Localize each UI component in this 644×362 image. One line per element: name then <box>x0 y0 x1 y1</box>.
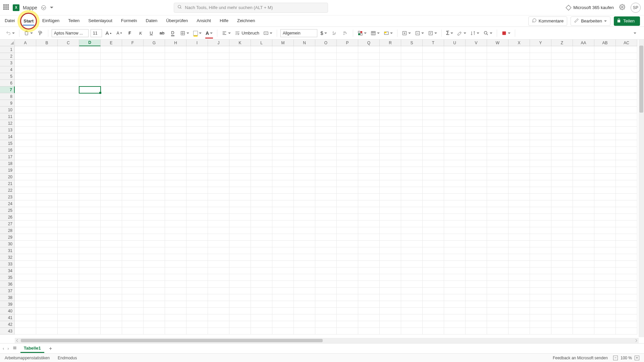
cell[interactable] <box>144 254 165 261</box>
cell[interactable] <box>251 301 272 308</box>
cell[interactable] <box>79 227 101 234</box>
cell[interactable] <box>444 154 466 160</box>
cell[interactable] <box>337 80 358 86</box>
cell[interactable] <box>380 221 401 227</box>
vertical-scrollbar[interactable] <box>639 40 644 337</box>
row-header[interactable]: 18 <box>0 160 15 167</box>
cell[interactable] <box>401 288 423 294</box>
cell[interactable] <box>315 100 337 107</box>
cell[interactable] <box>594 86 616 93</box>
cell[interactable] <box>15 140 36 147</box>
cell[interactable] <box>594 314 616 321</box>
cell[interactable] <box>36 241 58 247</box>
row-header[interactable]: 39 <box>0 301 15 308</box>
cell[interactable] <box>36 214 58 221</box>
cell[interactable] <box>551 261 573 267</box>
cell[interactable] <box>165 167 186 174</box>
cell[interactable] <box>487 321 508 328</box>
cell[interactable] <box>272 53 294 60</box>
cell[interactable] <box>594 147 616 154</box>
cell[interactable] <box>36 261 58 267</box>
cell[interactable] <box>573 234 594 241</box>
cell[interactable] <box>616 53 637 60</box>
cell[interactable] <box>294 180 315 187</box>
cell[interactable] <box>122 53 144 60</box>
cell[interactable] <box>15 261 36 267</box>
cell[interactable] <box>229 53 251 60</box>
cell[interactable] <box>444 227 466 234</box>
cell[interactable] <box>229 321 251 328</box>
cell[interactable] <box>101 234 122 241</box>
cell[interactable] <box>380 154 401 160</box>
cell[interactable] <box>466 133 487 140</box>
cell[interactable] <box>101 308 122 314</box>
cell[interactable] <box>79 314 101 321</box>
cell[interactable] <box>487 281 508 288</box>
cell[interactable] <box>573 221 594 227</box>
cell[interactable] <box>337 294 358 301</box>
cell[interactable] <box>58 107 79 113</box>
settings-icon[interactable] <box>619 4 625 11</box>
cell[interactable] <box>208 227 229 234</box>
cell[interactable] <box>79 294 101 301</box>
cell[interactable] <box>616 133 637 140</box>
cell[interactable] <box>101 321 122 328</box>
italic-button[interactable]: K <box>136 29 145 38</box>
cell[interactable] <box>573 274 594 281</box>
cell[interactable] <box>616 160 637 167</box>
cell[interactable] <box>551 53 573 60</box>
cell[interactable] <box>551 113 573 120</box>
cell[interactable] <box>186 160 208 167</box>
cell[interactable] <box>144 241 165 247</box>
cell[interactable] <box>315 207 337 214</box>
cell[interactable] <box>272 314 294 321</box>
cell[interactable] <box>423 214 444 221</box>
save-status-icon[interactable] <box>41 5 46 10</box>
cell[interactable] <box>616 154 637 160</box>
cell[interactable] <box>186 321 208 328</box>
cell[interactable] <box>15 127 36 133</box>
cell[interactable] <box>58 221 79 227</box>
cell[interactable] <box>466 308 487 314</box>
cell[interactable] <box>229 80 251 86</box>
cell[interactable] <box>36 120 58 127</box>
cell[interactable] <box>58 207 79 214</box>
cell[interactable] <box>466 60 487 66</box>
cell[interactable] <box>358 314 380 321</box>
cell[interactable] <box>144 73 165 80</box>
tab-formeln[interactable]: Formeln <box>120 17 138 25</box>
cell[interactable] <box>466 328 487 335</box>
cell[interactable] <box>423 200 444 207</box>
cell[interactable] <box>186 234 208 241</box>
cell[interactable] <box>208 294 229 301</box>
cell[interactable] <box>530 267 551 274</box>
row-header[interactable]: 10 <box>0 107 15 113</box>
cell[interactable] <box>466 261 487 267</box>
row-header[interactable]: 9 <box>0 100 15 107</box>
cell[interactable] <box>79 80 101 86</box>
cell[interactable] <box>530 247 551 254</box>
cell[interactable] <box>423 274 444 281</box>
cell[interactable] <box>337 113 358 120</box>
cell[interactable] <box>251 66 272 73</box>
cell[interactable] <box>272 207 294 214</box>
cell[interactable] <box>401 133 423 140</box>
cell[interactable] <box>79 66 101 73</box>
cell[interactable] <box>272 120 294 127</box>
cell[interactable] <box>79 281 101 288</box>
cell[interactable] <box>530 93 551 100</box>
cell[interactable] <box>186 66 208 73</box>
cell[interactable] <box>444 120 466 127</box>
currency-button[interactable]: $ <box>319 29 328 38</box>
cell[interactable] <box>186 80 208 86</box>
cell[interactable] <box>315 261 337 267</box>
cell[interactable] <box>401 234 423 241</box>
cell[interactable] <box>337 267 358 274</box>
cell[interactable] <box>358 301 380 308</box>
cell[interactable] <box>36 234 58 241</box>
cell[interactable] <box>466 314 487 321</box>
cell[interactable] <box>165 113 186 120</box>
cell[interactable] <box>401 53 423 60</box>
cell[interactable] <box>79 241 101 247</box>
cell[interactable] <box>272 274 294 281</box>
